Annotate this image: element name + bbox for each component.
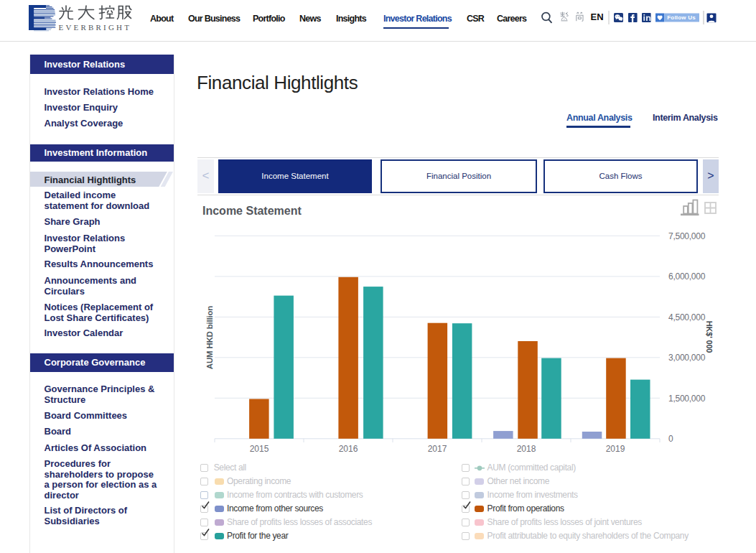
svg-text:3,000,000: 3,000,000 <box>668 353 706 363</box>
svg-text:Follow Us: Follow Us <box>667 14 696 21</box>
svg-text:2018: 2018 <box>517 444 536 454</box>
svg-text:EVERBRIGHT: EVERBRIGHT <box>59 23 132 32</box>
svg-text:7,500,000: 7,500,000 <box>668 231 706 241</box>
svg-text:2017: 2017 <box>428 444 447 454</box>
svg-text:HK$' 000: HK$' 000 <box>705 321 714 353</box>
svg-text:2016: 2016 <box>339 444 358 454</box>
svg-text:EN: EN <box>591 11 604 22</box>
svg-text:2019: 2019 <box>606 444 625 454</box>
svg-text:AUM HKD billion: AUM HKD billion <box>205 306 214 370</box>
svg-text:6,000,000: 6,000,000 <box>668 271 706 282</box>
svg-text:0: 0 <box>668 434 673 444</box>
svg-text:1,500,000: 1,500,000 <box>668 394 706 404</box>
svg-text:4,500,000: 4,500,000 <box>668 312 706 322</box>
svg-text:2015: 2015 <box>250 444 269 454</box>
